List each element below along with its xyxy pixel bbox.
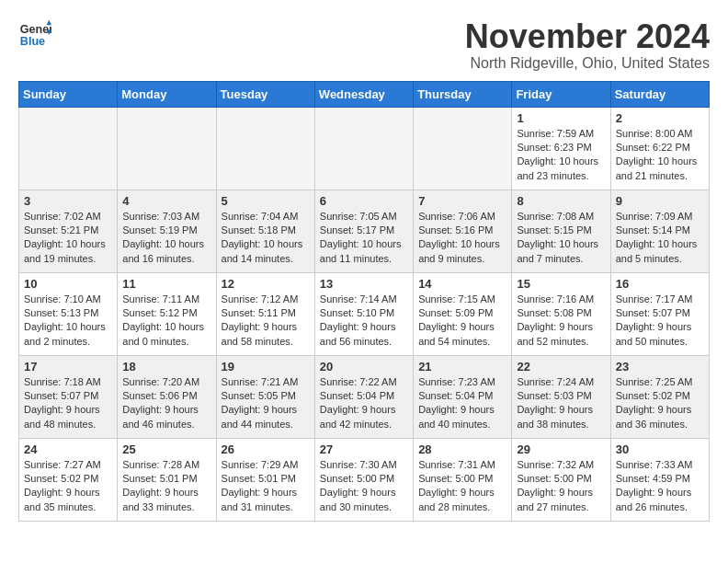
day-info: Sunrise: 7:05 AMSunset: 5:17 PMDaylight:…	[320, 210, 408, 267]
day-number: 19	[222, 360, 310, 373]
day-info: Sunrise: 7:15 AMSunset: 5:09 PMDaylight:…	[418, 293, 506, 350]
calendar-cell: 26Sunrise: 7:29 AMSunset: 5:01 PMDayligh…	[216, 438, 314, 521]
calendar-week-row: 1Sunrise: 7:59 AMSunset: 6:23 PMDaylight…	[19, 107, 710, 190]
day-number: 29	[517, 442, 605, 456]
calendar-week-row: 10Sunrise: 7:10 AMSunset: 5:13 PMDayligh…	[19, 272, 710, 355]
day-info: Sunrise: 7:02 AMSunset: 5:21 PMDaylight:…	[24, 210, 112, 267]
column-header-wednesday: Wednesday	[314, 81, 413, 107]
calendar-cell: 19Sunrise: 7:21 AMSunset: 5:05 PMDayligh…	[216, 355, 314, 438]
calendar-cell	[118, 107, 216, 190]
day-number: 9	[616, 194, 704, 208]
calendar-cell: 8Sunrise: 7:08 AMSunset: 5:15 PMDaylight…	[512, 190, 610, 272]
logo: General Blue	[18, 18, 51, 52]
calendar-table: SundayMondayTuesdayWednesdayThursdayFrid…	[18, 81, 710, 522]
calendar-cell: 18Sunrise: 7:20 AMSunset: 5:06 PMDayligh…	[118, 355, 216, 438]
day-info: Sunrise: 7:22 AMSunset: 5:04 PMDaylight:…	[320, 375, 408, 432]
day-info: Sunrise: 7:31 AMSunset: 5:00 PMDaylight:…	[418, 458, 506, 515]
calendar-cell: 4Sunrise: 7:03 AMSunset: 5:19 PMDaylight…	[118, 190, 216, 272]
day-number: 8	[517, 194, 605, 208]
column-header-friday: Friday	[512, 81, 610, 107]
day-number: 1	[517, 111, 605, 125]
day-info: Sunrise: 7:33 AMSunset: 4:59 PMDaylight:…	[616, 458, 704, 515]
page-header: General Blue November 2024 North Ridgevi…	[18, 18, 710, 72]
day-number: 25	[122, 442, 210, 456]
day-info: Sunrise: 7:09 AMSunset: 5:14 PMDaylight:…	[616, 210, 704, 267]
day-number: 28	[418, 442, 506, 456]
calendar-week-row: 3Sunrise: 7:02 AMSunset: 5:21 PMDaylight…	[19, 190, 710, 272]
calendar-cell: 20Sunrise: 7:22 AMSunset: 5:04 PMDayligh…	[314, 355, 413, 438]
calendar-cell: 3Sunrise: 7:02 AMSunset: 5:21 PMDaylight…	[19, 190, 118, 272]
calendar-cell: 11Sunrise: 7:11 AMSunset: 5:12 PMDayligh…	[118, 272, 216, 355]
day-number: 11	[122, 277, 210, 291]
svg-text:Blue: Blue	[20, 35, 45, 48]
day-info: Sunrise: 7:30 AMSunset: 5:00 PMDaylight:…	[320, 458, 408, 515]
day-number: 18	[122, 360, 210, 373]
day-info: Sunrise: 7:28 AMSunset: 5:01 PMDaylight:…	[122, 458, 210, 515]
day-info: Sunrise: 7:59 AMSunset: 6:23 PMDaylight:…	[517, 127, 605, 184]
day-number: 15	[517, 277, 605, 291]
calendar-cell	[414, 107, 512, 190]
calendar-cell: 23Sunrise: 7:25 AMSunset: 5:02 PMDayligh…	[610, 355, 709, 438]
calendar-cell: 13Sunrise: 7:14 AMSunset: 5:10 PMDayligh…	[314, 272, 413, 355]
day-number: 17	[24, 360, 112, 373]
calendar-week-row: 24Sunrise: 7:27 AMSunset: 5:02 PMDayligh…	[19, 438, 710, 521]
column-header-tuesday: Tuesday	[216, 81, 314, 107]
calendar-cell: 15Sunrise: 7:16 AMSunset: 5:08 PMDayligh…	[512, 272, 610, 355]
calendar-header-row: SundayMondayTuesdayWednesdayThursdayFrid…	[19, 81, 710, 107]
day-number: 10	[24, 277, 112, 291]
day-number: 3	[24, 194, 112, 208]
calendar-cell: 10Sunrise: 7:10 AMSunset: 5:13 PMDayligh…	[19, 272, 118, 355]
day-number: 30	[616, 442, 704, 456]
day-info: Sunrise: 7:32 AMSunset: 5:00 PMDaylight:…	[517, 458, 605, 515]
calendar-cell: 27Sunrise: 7:30 AMSunset: 5:00 PMDayligh…	[314, 438, 413, 521]
month-title: November 2024	[465, 18, 710, 55]
calendar-cell: 22Sunrise: 7:24 AMSunset: 5:03 PMDayligh…	[512, 355, 610, 438]
day-info: Sunrise: 7:18 AMSunset: 5:07 PMDaylight:…	[24, 375, 112, 432]
day-info: Sunrise: 7:23 AMSunset: 5:04 PMDaylight:…	[418, 375, 506, 432]
calendar-cell: 2Sunrise: 8:00 AMSunset: 6:22 PMDaylight…	[610, 107, 709, 190]
day-number: 20	[320, 360, 408, 373]
day-info: Sunrise: 7:10 AMSunset: 5:13 PMDaylight:…	[24, 293, 112, 350]
calendar-cell: 17Sunrise: 7:18 AMSunset: 5:07 PMDayligh…	[19, 355, 118, 438]
calendar-cell: 14Sunrise: 7:15 AMSunset: 5:09 PMDayligh…	[414, 272, 512, 355]
day-number: 23	[616, 360, 704, 373]
column-header-monday: Monday	[118, 81, 216, 107]
day-number: 26	[222, 442, 310, 456]
day-number: 22	[517, 360, 605, 373]
day-number: 4	[122, 194, 210, 208]
calendar-cell: 1Sunrise: 7:59 AMSunset: 6:23 PMDaylight…	[512, 107, 610, 190]
calendar-cell	[19, 107, 118, 190]
calendar-cell: 16Sunrise: 7:17 AMSunset: 5:07 PMDayligh…	[610, 272, 709, 355]
day-number: 13	[320, 277, 408, 291]
calendar-cell: 30Sunrise: 7:33 AMSunset: 4:59 PMDayligh…	[610, 438, 709, 521]
day-info: Sunrise: 7:20 AMSunset: 5:06 PMDaylight:…	[122, 375, 210, 432]
day-info: Sunrise: 7:04 AMSunset: 5:18 PMDaylight:…	[222, 210, 310, 267]
calendar-week-row: 17Sunrise: 7:18 AMSunset: 5:07 PMDayligh…	[19, 355, 710, 438]
day-info: Sunrise: 7:29 AMSunset: 5:01 PMDaylight:…	[222, 458, 310, 515]
day-number: 2	[616, 111, 704, 125]
day-info: Sunrise: 7:17 AMSunset: 5:07 PMDaylight:…	[616, 293, 704, 350]
day-number: 16	[616, 277, 704, 291]
calendar-cell: 6Sunrise: 7:05 AMSunset: 5:17 PMDaylight…	[314, 190, 413, 272]
logo-icon: General Blue	[18, 18, 51, 52]
day-info: Sunrise: 7:11 AMSunset: 5:12 PMDaylight:…	[122, 293, 210, 350]
title-section: November 2024 North Ridgeville, Ohio, Un…	[465, 18, 710, 72]
column-header-saturday: Saturday	[610, 81, 709, 107]
calendar-cell	[314, 107, 413, 190]
day-number: 21	[418, 360, 506, 373]
day-info: Sunrise: 7:24 AMSunset: 5:03 PMDaylight:…	[517, 375, 605, 432]
calendar-cell: 21Sunrise: 7:23 AMSunset: 5:04 PMDayligh…	[414, 355, 512, 438]
day-info: Sunrise: 7:14 AMSunset: 5:10 PMDaylight:…	[320, 293, 408, 350]
calendar-cell: 29Sunrise: 7:32 AMSunset: 5:00 PMDayligh…	[512, 438, 610, 521]
day-number: 6	[320, 194, 408, 208]
day-info: Sunrise: 7:06 AMSunset: 5:16 PMDaylight:…	[418, 210, 506, 267]
day-number: 12	[222, 277, 310, 291]
day-number: 5	[222, 194, 310, 208]
day-info: Sunrise: 7:03 AMSunset: 5:19 PMDaylight:…	[122, 210, 210, 267]
column-header-thursday: Thursday	[414, 81, 512, 107]
day-info: Sunrise: 7:27 AMSunset: 5:02 PMDaylight:…	[24, 458, 112, 515]
calendar-cell: 9Sunrise: 7:09 AMSunset: 5:14 PMDaylight…	[610, 190, 709, 272]
column-header-sunday: Sunday	[19, 81, 118, 107]
day-info: Sunrise: 7:12 AMSunset: 5:11 PMDaylight:…	[222, 293, 310, 350]
calendar-cell	[216, 107, 314, 190]
